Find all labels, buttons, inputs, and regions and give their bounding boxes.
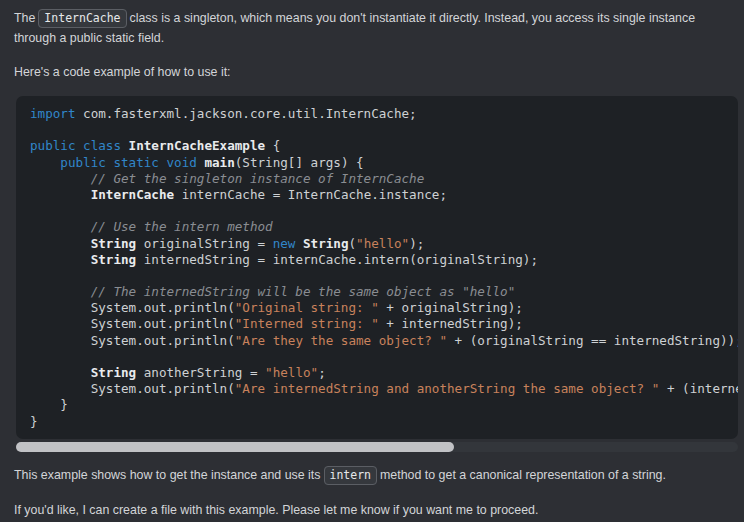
code-line: String anotherString = "hello"; bbox=[30, 365, 738, 381]
code-line: String internedString = internCache.inte… bbox=[30, 252, 738, 268]
code-line bbox=[30, 349, 738, 365]
code-line: InternCache internCache = InternCache.in… bbox=[30, 187, 738, 203]
scrollbar-thumb[interactable] bbox=[16, 442, 454, 452]
code-line: // Get the singleton instance of InternC… bbox=[30, 171, 738, 187]
paragraph-outro: This example shows how to get the instan… bbox=[14, 465, 730, 485]
code-line: String originalString = new String("hell… bbox=[30, 236, 738, 252]
paragraph-followup: If you'd like, I can create a file with … bbox=[14, 500, 730, 520]
code-line: public static void main(String[] args) { bbox=[30, 155, 738, 171]
code-line: System.out.println("Original string: " +… bbox=[30, 300, 738, 316]
paragraph-code-intro: Here's a code example of how to use it: bbox=[14, 62, 730, 82]
code-line bbox=[30, 203, 738, 219]
code-line bbox=[30, 268, 738, 284]
code-line: import com.fasterxml.jackson.core.util.I… bbox=[30, 106, 738, 122]
outro-prefix: This example shows how to get the instan… bbox=[14, 468, 321, 482]
code-line: System.out.println("Are internedString a… bbox=[30, 381, 738, 397]
paragraph-intro: TheInternCacheclass is a singleton, whic… bbox=[14, 8, 730, 48]
code-line: System.out.println("Interned string: " +… bbox=[30, 316, 738, 332]
inline-code-interncache: InternCache bbox=[38, 9, 126, 28]
code-line: public class InternCacheExample { bbox=[30, 138, 738, 154]
code-block[interactable]: import com.fasterxml.jackson.core.util.I… bbox=[16, 96, 738, 439]
code-line: } bbox=[30, 414, 738, 430]
code-line: // Use the intern method bbox=[30, 219, 738, 235]
code-line bbox=[30, 122, 738, 138]
code-line: System.out.println("Are they the same ob… bbox=[30, 333, 738, 349]
code-content: import com.fasterxml.jackson.core.util.I… bbox=[30, 106, 738, 430]
code-line: // The internedString will be the same o… bbox=[30, 284, 738, 300]
code-line: } bbox=[30, 397, 738, 413]
outro-suffix: method to get a canonical representation… bbox=[380, 468, 666, 482]
horizontal-scrollbar[interactable] bbox=[16, 442, 738, 452]
assistant-message: TheInternCacheclass is a singleton, whic… bbox=[0, 0, 744, 520]
intro-prefix: The bbox=[14, 11, 35, 25]
inline-code-intern: intern bbox=[324, 466, 378, 485]
